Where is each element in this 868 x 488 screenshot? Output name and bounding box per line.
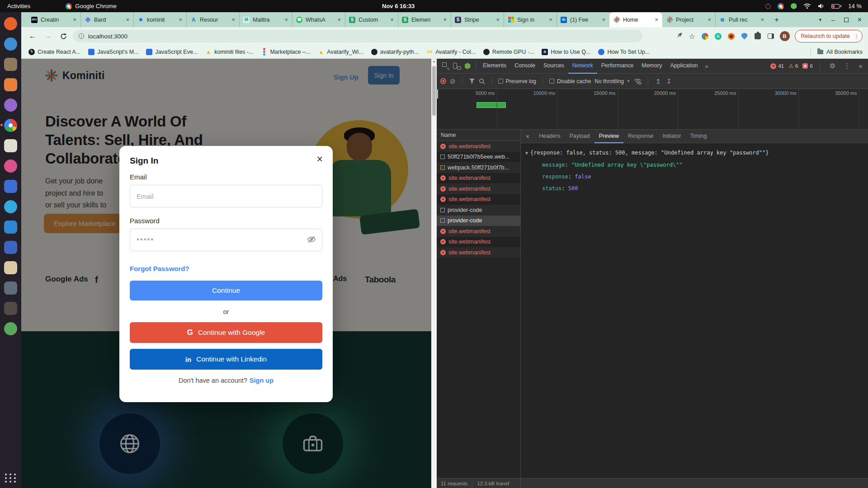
devtools-extension-icon[interactable] — [462, 61, 473, 71]
network-request-row[interactable]: ×site.webmanifest — [437, 247, 520, 258]
focused-app-menu[interactable]: Google Chrome — [66, 3, 117, 9]
throttling-dropdown[interactable]: No throttling▼ — [594, 78, 630, 84]
tab-close-icon[interactable]: × — [389, 16, 395, 23]
tab-close-icon[interactable]: × — [72, 16, 77, 23]
browser-tab-creatin[interactable]: DEVCreatin× — [28, 12, 80, 27]
bookmark-item[interactable]: JavaScript's M... — [88, 49, 138, 55]
green-app-tray-icon[interactable] — [791, 3, 797, 9]
continue-with-linkedin-button[interactable]: in Continue with Linkedin — [130, 349, 322, 370]
browser-tab-custom[interactable]: SCustom× — [345, 12, 398, 27]
profile-avatar[interactable]: B — [780, 31, 790, 41]
dock-item-chrome[interactable] — [4, 118, 18, 132]
devtools-tab-console[interactable]: Console — [510, 59, 539, 74]
forward-button[interactable]: → — [42, 30, 54, 42]
bookmark-star-icon[interactable]: ☆ — [688, 32, 696, 40]
relaunch-to-update-button[interactable]: Relaunch to update ⋮ — [795, 30, 863, 42]
password-field[interactable] — [130, 229, 322, 251]
browser-tab-home[interactable]: Home× — [609, 12, 662, 27]
network-request-row[interactable]: provider-code — [437, 205, 520, 216]
detail-tab-timing[interactable]: Timing — [685, 130, 711, 143]
detail-tab-headers[interactable]: Headers — [534, 130, 565, 143]
tab-close-icon[interactable]: × — [125, 16, 130, 23]
issues-badge[interactable]: 6 — [802, 63, 812, 69]
browser-tab-whatsa[interactable]: ☎WhatsA× — [292, 12, 345, 27]
browser-tab-pull-rec[interactable]: Pull rec× — [715, 12, 768, 27]
shield-extension-icon[interactable] — [741, 33, 747, 40]
devtools-tab-memory[interactable]: Memory — [637, 59, 666, 74]
import-har-icon[interactable]: ↥ — [655, 78, 662, 85]
browser-tab-bard[interactable]: Bard× — [80, 12, 133, 27]
browser-tab-kominit[interactable]: kominit× — [133, 12, 186, 27]
tab-close-icon[interactable]: × — [548, 16, 553, 23]
network-request-row[interactable]: ×site.webmanifest — [437, 173, 520, 184]
browser-tab-stripe[interactable]: SStripe× — [451, 12, 504, 27]
dock-item-files[interactable] — [4, 57, 18, 71]
bookmark-item[interactable]: COAvatarify - Col... — [426, 49, 476, 55]
browser-tab-sign-in[interactable]: Sign in× — [504, 12, 557, 27]
page-scrollbar[interactable]: ▲ — [431, 59, 437, 488]
dock-item-blue-app[interactable] — [4, 240, 18, 254]
devtools-settings-gear-icon[interactable]: ⚙ — [828, 62, 837, 70]
tab-close-icon[interactable]: × — [495, 16, 500, 23]
volume-icon[interactable] — [818, 3, 825, 9]
network-request-row[interactable]: ×site.webmanifest — [437, 194, 520, 205]
dock-item-writer[interactable] — [4, 260, 18, 275]
console-warnings-badge[interactable]: ⚠6 — [788, 63, 798, 69]
address-bar[interactable]: i localhost:3000 — [73, 30, 642, 42]
extensions-puzzle-icon[interactable] — [755, 33, 761, 39]
network-request-row[interactable]: 50ff271b0f7b5eee.web... — [437, 152, 520, 163]
name-column-header[interactable]: Name — [437, 130, 520, 141]
devtools-kebab-menu-icon[interactable]: ⋮ — [842, 62, 852, 70]
battery-icon[interactable] — [831, 4, 841, 9]
inspect-element-icon[interactable]: ↖ — [440, 61, 451, 71]
dock-item-terminal[interactable] — [4, 281, 18, 295]
minimize-button[interactable]: – — [831, 17, 835, 23]
detail-tab-response[interactable]: Response — [623, 130, 658, 143]
network-request-row[interactable]: ×site.webmanifest — [437, 226, 520, 237]
side-panel-icon[interactable] — [768, 33, 774, 39]
forgot-password-link[interactable]: Forgot Password? — [130, 265, 322, 272]
network-request-row[interactable]: ×site.webmanifest — [437, 237, 520, 248]
more-panels-icon[interactable]: » — [702, 63, 712, 70]
bookmark-item[interactable]: How To Set Up... — [598, 49, 650, 55]
bookmark-item[interactable]: AHow to Use Q... — [542, 49, 590, 55]
devtools-tab-performance[interactable]: Performance — [597, 59, 638, 74]
detail-tab-initiator[interactable]: Initiator — [658, 130, 685, 143]
device-toolbar-icon[interactable] — [451, 61, 462, 71]
browser-tab-elemen[interactable]: SElemen× — [398, 12, 451, 27]
pinwheel-extension-icon[interactable] — [702, 33, 708, 40]
bookmark-item[interactable]: Remote GPU ·... — [483, 49, 534, 55]
tab-search-chevron-icon[interactable]: ▼ — [818, 18, 822, 22]
detail-tab-payload[interactable]: Payload — [565, 130, 594, 143]
bookmark-item[interactable]: ▲kominiti files -... — [205, 49, 253, 55]
devtools-tab-application[interactable]: Application — [666, 59, 702, 74]
tab-close-icon[interactable]: × — [654, 16, 659, 23]
close-detail-pane-icon[interactable]: × — [521, 133, 534, 140]
chrome-tray-icon[interactable] — [778, 3, 784, 9]
network-request-row[interactable]: provider-code — [437, 216, 520, 226]
tab-close-icon[interactable]: × — [283, 16, 289, 23]
network-request-row[interactable]: ‹›webpack.50ff271b0f7b... — [437, 162, 520, 173]
browser-tab-project[interactable]: Project× — [662, 12, 715, 27]
filter-icon[interactable] — [469, 78, 475, 84]
close-window-button[interactable]: × — [858, 16, 862, 23]
dock-item-calc[interactable] — [4, 179, 18, 193]
network-request-row[interactable]: ×site.webmanifest — [437, 141, 520, 152]
back-button[interactable]: ← — [27, 30, 38, 42]
dock-item-pink-app[interactable] — [4, 159, 18, 173]
site-info-icon[interactable]: i — [79, 33, 84, 39]
network-request-row[interactable]: ×site.webmanifest — [437, 183, 520, 194]
activities-button[interactable]: Activities — [7, 3, 30, 9]
notification-dots-icon[interactable] — [765, 4, 771, 9]
clock[interactable]: Nov 6 16:33 — [382, 3, 415, 9]
new-tab-button[interactable]: + — [771, 14, 783, 26]
search-icon[interactable] — [479, 78, 485, 84]
orange-extension-icon[interactable] — [728, 33, 735, 40]
tab-close-icon[interactable]: × — [760, 16, 765, 23]
sign-up-modal-link[interactable]: Sign up — [250, 377, 274, 384]
disable-cache-checkbox[interactable]: Disable cache — [549, 78, 591, 84]
devtools-tab-network[interactable]: Network — [568, 59, 597, 74]
tab-close-icon[interactable]: × — [707, 16, 712, 23]
network-overview-timeline[interactable]: 5000 ms10000 ms15000 ms20000 ms25000 ms3… — [437, 89, 868, 130]
bookmark-item[interactable]: ▲Avatarify_Wi... — [318, 49, 363, 55]
